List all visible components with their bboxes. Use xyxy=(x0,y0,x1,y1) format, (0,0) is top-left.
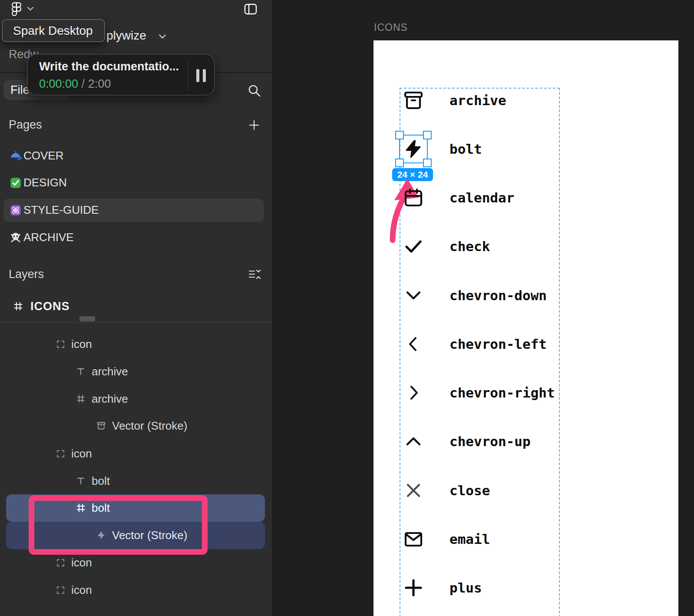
page-item-style-guide[interactable]: STYLE-GUIDE xyxy=(0,199,272,222)
layer-row[interactable]: bolt xyxy=(0,467,272,494)
collapse-layers-icon[interactable] xyxy=(248,268,261,281)
selection-handle[interactable] xyxy=(395,159,404,167)
layers-scroll-divider xyxy=(0,322,272,323)
archive-glyph-icon xyxy=(95,419,108,432)
chevron-left-canvas-icon[interactable] xyxy=(403,334,424,354)
left-sidebar: plywize Redw File Pages COVER xyxy=(0,0,272,616)
chevron-right-canvas-icon[interactable] xyxy=(403,382,424,403)
timer-task-title: Write the documentatio... xyxy=(39,60,179,73)
frame-icon xyxy=(13,301,23,311)
layer-row[interactable]: archive xyxy=(0,385,272,412)
chevron-down-icon[interactable] xyxy=(158,33,167,40)
frame-icon xyxy=(74,392,87,405)
layer-row[interactable]: icon xyxy=(0,440,272,467)
canvas-icon-row[interactable]: plus xyxy=(403,577,482,598)
file-name[interactable]: plywize xyxy=(106,29,146,43)
plus-icon[interactable] xyxy=(403,577,424,598)
canvas-icon-row[interactable]: chevron-right xyxy=(403,382,555,403)
spark-desktop-tooltip: Spark Desktop xyxy=(2,19,105,42)
layer-row-icons-label: ICONS xyxy=(30,300,70,313)
instance-placeholder-icon xyxy=(54,556,67,569)
toggle-sidebar-icon[interactable] xyxy=(244,3,258,16)
canvas-icon-row[interactable]: check xyxy=(403,236,490,257)
instance-placeholder-icon xyxy=(54,338,67,351)
page-item-archive[interactable]: ARCHIVE xyxy=(0,226,272,249)
layer-row[interactable]: icon xyxy=(0,576,272,603)
page-item-design[interactable]: DESIGN xyxy=(0,171,272,195)
canvas-icon-row[interactable]: chevron-down xyxy=(403,285,547,306)
check-emoji-icon xyxy=(10,177,22,189)
email-icon[interactable] xyxy=(403,529,424,550)
atom-emoji-icon xyxy=(10,204,22,216)
timer-widget: Write the documentatio... 0:00:00 / 2:00 xyxy=(27,54,215,96)
chevron-down-icon[interactable] xyxy=(26,6,35,12)
pages-panel-title: Pages xyxy=(9,118,42,132)
calendar-icon[interactable] xyxy=(403,187,424,208)
chevron-up-canvas-icon[interactable] xyxy=(403,431,424,452)
close-icon[interactable] xyxy=(403,480,424,501)
text-layer-icon xyxy=(74,474,87,487)
file-tab-label[interactable]: File xyxy=(10,83,30,97)
timer-elapsed: 0:00:00 xyxy=(39,77,78,90)
skull-emoji-icon xyxy=(10,232,22,244)
search-icon[interactable] xyxy=(248,84,261,98)
text-layer-icon xyxy=(74,365,87,378)
page-item-cover[interactable]: COVER xyxy=(0,144,272,168)
selection-handle[interactable] xyxy=(423,159,432,167)
instance-placeholder-icon xyxy=(54,583,67,596)
figma-logo-icon[interactable] xyxy=(11,2,22,17)
canvas-icon-row[interactable]: close xyxy=(403,480,490,501)
layer-row[interactable]: archive xyxy=(0,358,272,385)
layers-panel-title: Layers xyxy=(9,268,44,281)
timer-divider xyxy=(188,59,188,90)
canvas-icon-row[interactable]: calendar xyxy=(403,187,514,208)
instance-placeholder-icon xyxy=(54,447,67,460)
check-icon[interactable] xyxy=(403,236,424,257)
canvas-frame-title[interactable]: ICONS xyxy=(374,22,408,33)
selection-handle[interactable] xyxy=(395,131,404,139)
timer-times: 0:00:00 / 2:00 xyxy=(39,77,111,91)
canvas-icon-row[interactable]: archive xyxy=(403,90,506,111)
clipped-layer-row-remnant xyxy=(79,316,95,321)
pages-layers-divider xyxy=(0,256,272,257)
cap-emoji-icon xyxy=(10,150,22,162)
canvas-icon-row[interactable]: chevron-up xyxy=(403,431,531,452)
selection-handle[interactable] xyxy=(423,131,432,139)
canvas-icon-row[interactable]: email xyxy=(403,529,490,550)
add-page-icon[interactable] xyxy=(248,119,260,131)
canvas-icon-row[interactable]: chevron-left xyxy=(403,334,547,354)
icons-frame[interactable]: archive bolt 24 × 24 xyxy=(373,40,678,616)
layer-row[interactable]: icon xyxy=(0,331,272,358)
timer-total: 2:00 xyxy=(88,77,111,90)
annotation-highlight-rectangle xyxy=(29,495,208,555)
chevron-down-canvas-icon[interactable] xyxy=(403,285,424,306)
selection-bounding-box xyxy=(399,135,428,163)
layer-row[interactable]: Vector (Stroke) xyxy=(0,412,272,439)
tabs-divider xyxy=(0,101,272,102)
archive-icon[interactable] xyxy=(403,90,424,111)
figma-app-window: plywize Redw File Pages COVER xyxy=(0,0,694,616)
